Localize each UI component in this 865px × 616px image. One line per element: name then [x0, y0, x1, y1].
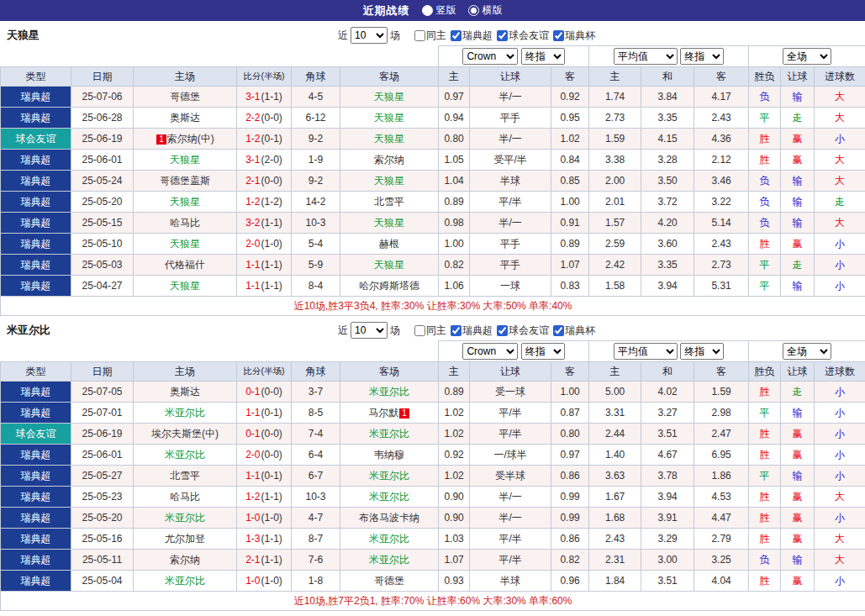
win-loss-result-cell: 平 [749, 466, 781, 487]
match-type-cell: 瑞典超 [1, 87, 71, 108]
col-goals-result: 进球数 [815, 67, 865, 87]
home-team-name: 代格福什 [165, 259, 205, 271]
handicap-cell: 受一球 [470, 382, 551, 403]
avg-away-cell: 2.73 [694, 255, 749, 276]
final-index-select[interactable]: 终指 [521, 48, 565, 65]
bookmaker-odds-group: Crown 终指 [439, 341, 589, 362]
home-team-cell: 奥斯达 [134, 108, 237, 129]
horizontal-radio-icon[interactable] [468, 5, 479, 16]
date-cell: 25-05-11 [71, 550, 134, 571]
avg-home-cell: 2.59 [589, 234, 641, 255]
col-odds-away: 客 [551, 67, 589, 87]
match-count-select[interactable]: 10 [351, 322, 388, 339]
handicap-cell: 半球 [470, 571, 551, 592]
view-option-vertical[interactable]: 竖版 [422, 3, 456, 18]
avg-away-cell: 6.95 [694, 445, 749, 466]
average-select[interactable]: 平均值 [614, 48, 678, 65]
fulltime-score: 2-0 [245, 238, 260, 250]
games-label: 场 [390, 324, 400, 338]
table-row: 瑞典超25-04-27天狼星1-1(1-1)8-4哈尔姆斯塔德1.06一球0.8… [1, 276, 865, 297]
checkbox-input[interactable] [451, 30, 462, 41]
fulltime-score: 0-1 [245, 428, 260, 440]
checkbox-input[interactable] [553, 325, 564, 336]
col-corners: 角球 [292, 67, 340, 87]
view-option-horizontal[interactable]: 横版 [468, 3, 503, 18]
odds-home-cell: 0.82 [439, 255, 470, 276]
vertical-radio-icon[interactable] [422, 5, 433, 16]
team-name: 天狼星 [7, 28, 40, 43]
corners-cell: 5-4 [292, 234, 340, 255]
handicap-result-cell: 赢 [781, 424, 815, 445]
table-row: 瑞典超25-05-10天狼星2-0(1-0)5-4赫根1.00平手0.892.5… [1, 234, 865, 255]
away-team-cell: 哈尔姆斯塔德 [340, 276, 439, 297]
checkbox-input[interactable] [553, 30, 564, 41]
top-bar: 近期战绩 竖版 横版 [0, 0, 865, 21]
spacer-cell [1, 46, 439, 67]
filter-checkbox[interactable]: 同主 [414, 29, 446, 43]
full-match-group: 全场 [749, 46, 865, 67]
checkbox-input[interactable] [497, 325, 508, 336]
goals-result-cell: 大 [815, 529, 865, 550]
filter-checkbox[interactable]: 球会友谊 [497, 29, 549, 43]
filter-checkbox[interactable]: 瑞典杯 [553, 29, 595, 43]
odds-away-cell: 0.84 [551, 150, 589, 171]
handicap-result-cell: 输 [781, 550, 815, 571]
halftime-score: (0-0) [261, 386, 282, 398]
away-team-name: 米亚尔比 [369, 554, 409, 566]
odds-away-cell: 0.96 [551, 571, 589, 592]
checkbox-input[interactable] [497, 30, 508, 41]
halftime-score: (1-1) [261, 280, 282, 292]
col-avg-home: 主 [589, 362, 641, 382]
avg-home-cell: 1.59 [589, 129, 641, 150]
odds-away-cell: 1.02 [551, 129, 589, 150]
away-team-name: 马尔默 [368, 407, 398, 419]
filter-checkbox[interactable]: 同主 [414, 324, 446, 338]
col-away: 客场 [340, 67, 439, 87]
filter-checkbox[interactable]: 瑞典超 [451, 29, 493, 43]
checkbox-input[interactable] [414, 325, 425, 336]
odds-away-cell: 1.07 [551, 255, 589, 276]
red-card-badge: 1 [399, 408, 409, 419]
final-index-select-2[interactable]: 终指 [680, 48, 724, 65]
match-count-select[interactable]: 10 [351, 27, 388, 44]
corners-cell: 6-7 [292, 466, 340, 487]
odds-home-cell: 0.93 [439, 571, 470, 592]
home-team-name: 哈马比 [170, 217, 200, 229]
avg-draw-cell: 3.51 [641, 424, 694, 445]
checkbox-input[interactable] [414, 30, 425, 41]
filter-checkbox[interactable]: 瑞典超 [451, 324, 493, 338]
handicap-result-cell: 走 [781, 255, 815, 276]
halftime-score: (1-2) [261, 196, 282, 208]
table-row: 瑞典超25-05-24哥德堡盖斯2-1(0-0)9-2天狼星1.04半球0.85… [1, 171, 865, 192]
date-cell: 25-05-04 [71, 571, 134, 592]
handicap-cell: 平/半 [470, 529, 551, 550]
checkbox-label: 瑞典杯 [565, 29, 595, 43]
halftime-score: (0-1) [261, 133, 282, 145]
checkbox-input[interactable] [451, 325, 462, 336]
filter-checkbox[interactable]: 瑞典杯 [553, 324, 595, 338]
bookmaker-select[interactable]: Crown [462, 48, 518, 65]
average-select[interactable]: 平均值 [614, 343, 678, 360]
bookmaker-odds-group: Crown 终指 [439, 46, 589, 67]
bookmaker-select[interactable]: Crown [462, 343, 518, 360]
handicap-cell: 受平/半 [470, 150, 551, 171]
table-row: 瑞典超25-06-01天狼星3-1(2-0)1-9索尔纳1.05受平/半0.84… [1, 150, 865, 171]
avg-away-cell: 2.98 [694, 403, 749, 424]
full-match-select[interactable]: 全场 [783, 343, 831, 360]
corners-cell: 6-12 [292, 108, 340, 129]
final-index-select[interactable]: 终指 [521, 343, 565, 360]
away-team-cell: 韦纳穆 [340, 445, 439, 466]
odds-away-cell: 0.95 [551, 108, 589, 129]
score-cell: 1-1(1-1) [237, 276, 292, 297]
goals-result-cell: 大 [815, 213, 865, 234]
odds-home-cell: 0.98 [439, 213, 470, 234]
col-avg-draw: 和 [641, 362, 694, 382]
filter-checkbox[interactable]: 球会友谊 [497, 324, 549, 338]
avg-away-cell: 4.47 [694, 508, 749, 529]
final-index-select-2[interactable]: 终指 [680, 343, 724, 360]
full-match-select[interactable]: 全场 [783, 48, 831, 65]
home-team-cell: 索尔纳 [134, 550, 237, 571]
handicap-cell: 平/半 [470, 550, 551, 571]
win-loss-result-cell: 平 [749, 276, 781, 297]
odds-away-cell: 1.00 [551, 382, 589, 403]
